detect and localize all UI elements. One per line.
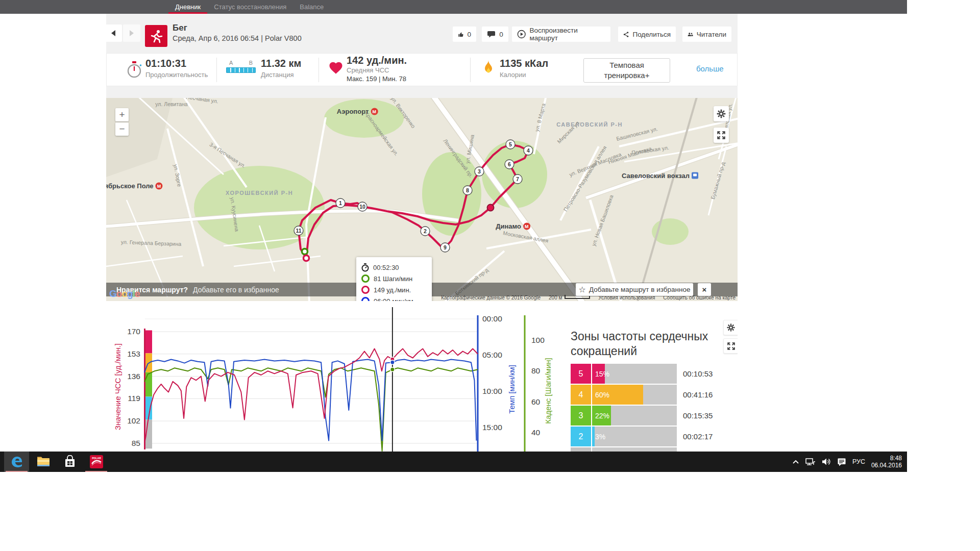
play-circle-icon [517, 30, 526, 39]
desktop-screen: ДневникСтатус восстановленияBalance Бег … [0, 0, 907, 472]
map-fullscreen-button[interactable] [714, 128, 729, 143]
share-label: Поделиться [632, 31, 671, 38]
street-label: ул. Левитана [155, 101, 187, 107]
metro-name: Октябрьское Поле [106, 182, 154, 190]
calories-label: Калории [500, 71, 526, 79]
tooltip-time: 00:52:30 [373, 264, 399, 271]
tray-network-icon[interactable] [805, 458, 816, 466]
overlay-close-button[interactable]: × [698, 283, 711, 296]
language-indicator[interactable]: РУС [852, 458, 865, 465]
back-arrow-icon [110, 30, 116, 37]
like-count: 0 [467, 31, 471, 38]
summary-stats-bar: 01:10:31 Продолжительность A B 11.32 км … [106, 53, 738, 86]
zone-bar-fill [592, 427, 595, 446]
share-icon [623, 30, 629, 39]
zone-percent: 22% [595, 412, 609, 420]
followers-icon [688, 31, 693, 38]
street-label: ул. Викторенко [390, 98, 417, 129]
street-label: Петровско-Разумовская аллея [562, 145, 607, 213]
plus-icon: + [119, 109, 125, 120]
tab-0[interactable]: Дневник [168, 0, 207, 14]
share-button[interactable]: Поделиться [618, 27, 676, 42]
cadence-tick: 100 [531, 336, 545, 345]
taskbar-edge-button[interactable] [4, 452, 29, 472]
street-label: Красноармейская ул. [364, 110, 400, 157]
gear-icon [716, 109, 726, 119]
next-session-button[interactable] [123, 24, 140, 42]
calories-value: 1135 кКал [500, 58, 548, 69]
cadence-ring-icon [361, 274, 370, 283]
zone-time: 00:41:16 [683, 390, 713, 399]
divider [216, 58, 217, 82]
zone-number-badge: 1 [571, 447, 591, 452]
comment-button[interactable]: 0 [482, 27, 508, 42]
street-label: Московская аллея [503, 230, 549, 243]
hr-zone-row: 23%00:02:17 [571, 427, 713, 446]
zone-percent: 3% [595, 433, 605, 441]
street-label: ул. Зорге [173, 164, 183, 187]
google-logo[interactable]: Google [109, 288, 139, 299]
tray-action-center-icon[interactable] [837, 458, 846, 466]
benefit-line-1: Темповая [609, 60, 644, 70]
metro-icon: М [371, 108, 378, 115]
tray-chevron-icon[interactable] [792, 459, 799, 464]
zone-time: 00:15:35 [683, 411, 713, 420]
route-map[interactable]: 1234567891011 САВЕЛОВСКИЙ Р-НХОРОШЕВСКИЙ… [106, 98, 738, 301]
distance-label: Дистанция [261, 71, 294, 79]
stopwatch-small-icon [361, 263, 369, 272]
map-data-tooltip: 00:52:30 81 Шаги/мин 149 уд./мин. 06:00 … [356, 257, 432, 301]
street-label: Песчаная ул. [185, 98, 218, 104]
more-link[interactable]: больше [696, 64, 724, 73]
zone-number-badge: 2 [571, 427, 591, 446]
tab-label: Balance [300, 3, 324, 11]
followers-button[interactable]: Читатели [682, 27, 731, 42]
distance-value: 11.32 км [261, 58, 301, 69]
tab-1[interactable]: Статус восстановления [207, 0, 293, 14]
taskbar-store-button[interactable] [57, 452, 82, 472]
zone-bar: 15% [592, 364, 677, 384]
hr-axis-title: Значение ЧСС [уд./мин.] [113, 331, 121, 443]
metro-station-label: АэропортМ [337, 108, 378, 115]
previous-session-button[interactable] [105, 24, 122, 42]
like-button[interactable]: 0 [453, 27, 476, 42]
hr-zone-row: 460%00:41:16 [571, 385, 713, 405]
street-label: ул. Новая Башиловка [590, 194, 614, 246]
district-label: ХОРОШЕВСКИЙ Р-Н [226, 190, 293, 196]
hr-zones-rows: 515%00:10:53460%00:41:16322%00:15:3523%0… [571, 364, 713, 452]
tooltip-cadence: 81 Шаги/мин [374, 275, 412, 283]
add-route-to-favorites-button[interactable]: ☆ Добавьте маршрут в избранное [576, 283, 693, 296]
hr-zones-panel: Зоны частоты сердечных сокращений 515%00… [571, 329, 742, 452]
training-benefit-button[interactable]: Темповая тренировка+ [583, 58, 670, 83]
rail-station-label: Савеловский вокзал [622, 172, 698, 180]
play-route-button[interactable]: Воспроизвести маршрут [512, 27, 610, 42]
zone-bar: 3% [592, 427, 677, 446]
ruler-a-label: A [229, 60, 233, 66]
followers-label: Читатели [697, 31, 726, 38]
avg-hr-value: 142 уд./мин. [347, 55, 407, 66]
hr-tick: 170 [106, 327, 140, 336]
zone-bar: 60% [592, 385, 677, 405]
taskbar-clock[interactable]: 8:48 06.04.2016 [871, 455, 902, 469]
system-tray: РУС 8:48 06.04.2016 [792, 452, 902, 472]
hr-ring-icon [361, 286, 370, 294]
tooltip-cadence-row: 81 Шаги/мин [361, 273, 427, 284]
metro-name: Динамо [496, 222, 521, 230]
map-settings-button[interactable] [714, 106, 729, 121]
metro-name: Аэропорт [337, 108, 369, 115]
taskbar-polar-button[interactable]: POLAR [84, 452, 109, 472]
cadence-axis-title: Каденс [Шаги/мин] [544, 347, 552, 434]
activity-subtitle: Среда, Апр 6, 2016 06:54 | Polar V800 [173, 34, 302, 42]
taskbar-explorer-button[interactable] [31, 452, 56, 472]
svg-text:POLAR: POLAR [92, 457, 101, 460]
tray-volume-icon[interactable] [822, 458, 831, 466]
street-label: 3-я Песчаная ул. [208, 141, 247, 169]
tab-2[interactable]: Balance [293, 0, 330, 14]
hr-zones-title-line2: сокращений [571, 344, 742, 359]
map-zoom-in-button[interactable]: + [115, 108, 129, 121]
ruler-b-label: B [249, 60, 253, 66]
map-zoom-out-button[interactable]: − [115, 122, 129, 136]
divider [318, 58, 319, 82]
running-indicator [6, 471, 28, 472]
tab-label: Статус восстановления [214, 3, 286, 11]
pace-tick: 00:00 [482, 314, 502, 323]
